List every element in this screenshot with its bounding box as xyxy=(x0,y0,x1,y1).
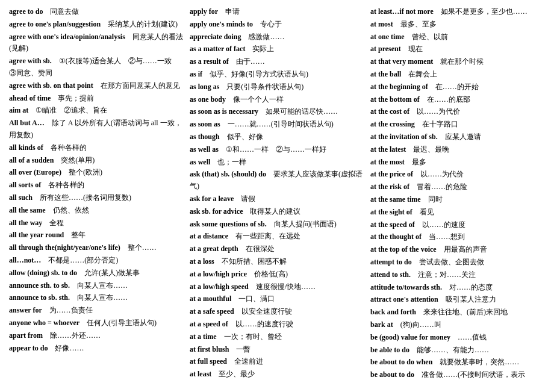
entry-chinese: 以……的速度 xyxy=(422,220,465,229)
list-item: allow (doing) sb. to do 允许(某人)做某事 xyxy=(9,267,184,279)
entry-chinese: 在那方面同意某人的意见 xyxy=(101,81,180,90)
entry-chinese: 除……外还…… xyxy=(50,331,101,340)
entry-chinese: 吸引某人注意力 xyxy=(446,295,496,303)
entry-english: attract one's attention xyxy=(370,295,446,303)
entry-chinese: 不都是……(部分否定) xyxy=(48,256,118,264)
list-item: bark at (狗)向……叫 xyxy=(370,319,545,331)
list-item: at the top of the voice 用最高的声音 xyxy=(370,244,545,256)
entry-chinese: 在……的开始 xyxy=(435,82,479,91)
entry-chinese: 用最高的声音 xyxy=(444,245,487,254)
entry-english: at a mouthful xyxy=(190,294,238,303)
list-item: at the bottom of 在……的底部 xyxy=(370,94,545,106)
entry-english: be (good) value for money xyxy=(370,333,458,341)
entry-chinese: 至少、最少 xyxy=(219,370,255,378)
list-item: be about to do when 就要做某事时，突然…… xyxy=(370,356,545,369)
entry-english: all the same xyxy=(9,206,53,214)
list-item: at a low/high speed 速度很慢/快地…… xyxy=(190,281,364,293)
entry-english: as a matter of fact xyxy=(190,45,252,53)
entry-english: be about to do xyxy=(370,370,422,379)
list-item: ask for a leave 请假 xyxy=(190,193,364,205)
list-item: all the same 仍然、依然 xyxy=(9,205,184,217)
list-item: as well as ①和……一样 ②与……一样好 xyxy=(190,144,364,156)
list-item: at full speed 全速前进 xyxy=(190,356,364,368)
entry-english: allow (doing) sb. to do xyxy=(9,269,84,277)
list-item: ask sb. for advice 取得某人的建议 xyxy=(190,206,364,218)
list-item: at most 最多、至多 xyxy=(370,19,545,31)
list-item: apart from 除……外还…… xyxy=(9,330,184,342)
list-item: at a loss 不知所措、困惑不解 xyxy=(190,256,364,268)
entry-english: at first blush xyxy=(190,345,236,353)
entry-english: be about to do when xyxy=(370,358,440,366)
list-item: all the way 全程 xyxy=(9,217,184,229)
entry-english: ask for a leave xyxy=(190,194,241,203)
entry-english: as soon as xyxy=(190,120,228,128)
entry-chinese: 最多 xyxy=(412,158,426,166)
entry-english: anyone who = whoever xyxy=(9,319,87,327)
list-item: as if 似乎、好像(引导方式状语从句) xyxy=(190,69,364,81)
list-item: apply one's minds to 专心于 xyxy=(190,19,364,31)
entry-chinese: 似乎、好像 xyxy=(227,132,263,141)
entry-chinese: 一瞥 xyxy=(236,345,251,353)
list-item: appreciate doing 感激做…… xyxy=(190,31,364,43)
entry-chinese: 为……负责任 xyxy=(49,306,93,314)
entry-english: all over (Europe) xyxy=(9,168,69,176)
entry-english: All but A… xyxy=(9,119,52,127)
entry-chinese: (狗)向……叫 xyxy=(400,320,441,329)
entry-chinese: 同时 xyxy=(428,195,443,204)
entry-english: as though xyxy=(190,132,227,141)
entry-chinese: 如果不是更多，至少也…… xyxy=(441,7,528,16)
list-item: be (good) value for money ……值钱 xyxy=(370,332,545,344)
entry-english: agree to one's plan/suggestion xyxy=(9,20,108,28)
list-item: all sorts of 各种各样的 xyxy=(9,179,184,191)
list-item: agree with one's idea/opinion/analysis 同… xyxy=(9,31,184,55)
entry-english: at the crossing xyxy=(370,120,422,128)
entry-english: apart from xyxy=(9,331,50,340)
entry-chinese: 同意去做 xyxy=(50,7,79,16)
list-item: all such 所有这些……(接名词用复数) xyxy=(9,192,184,204)
entry-chinese: 仍然、依然 xyxy=(53,206,89,214)
entry-english: all of a sudden xyxy=(9,156,61,164)
entry-english: at the top of the voice xyxy=(370,245,444,254)
entry-english: at the beginning of xyxy=(370,82,435,91)
list-item: be about to do 准备做……(不接时间状语，表示 xyxy=(370,369,545,381)
entry-english: all sorts of xyxy=(9,181,48,189)
entry-chinese: 各种各样的 xyxy=(48,181,84,189)
entry-english: at a low/high speed xyxy=(190,282,256,291)
list-item: all kinds of 各种各样的 xyxy=(9,142,184,154)
list-item: all the year round 整年 xyxy=(9,229,184,241)
list-item: back and forth 来来往往地、(前后)来回地 xyxy=(370,306,545,319)
entry-english: appreciate doing xyxy=(190,33,248,41)
entry-english: apply one's minds to xyxy=(190,20,260,28)
entry-chinese: 允许(某人)做某事 xyxy=(84,269,140,277)
entry-chinese: 有一些距离、在远处 xyxy=(235,232,300,240)
entry-chinese: 一次；有时、曾经 xyxy=(224,332,282,341)
list-item: at the latest 最迟、最晚 xyxy=(370,144,545,156)
entry-chinese: 各种各样的 xyxy=(51,143,87,152)
entry-english: attend to sth. xyxy=(370,270,418,279)
entry-english: at one time xyxy=(370,33,412,41)
entry-chinese: 专心于 xyxy=(260,20,282,28)
entry-chinese: 整个…… xyxy=(128,243,157,252)
entry-chinese: 以……为代价 xyxy=(417,107,460,116)
entry-chinese: 一……就……(引导时间状语从句) xyxy=(228,120,334,128)
entry-english: all…not… xyxy=(9,256,48,264)
list-item: be able to do 能够……、有能力…… xyxy=(370,344,545,356)
entry-english: at a great depth xyxy=(190,244,246,253)
entry-english: bark at xyxy=(370,320,400,329)
entry-chinese: 在舞会上 xyxy=(408,70,437,78)
list-item: at the invitation of sb. 应某人邀请 xyxy=(370,131,545,143)
list-item: at a time 一次；有时、曾经 xyxy=(190,331,364,343)
list-item: at the price of 以……为代价 xyxy=(370,169,545,181)
entry-chinese: 如果可能的话尽快…… xyxy=(266,107,338,116)
entry-english: agree with sb. xyxy=(9,57,59,65)
column-3: at least…if not more 如果不是更多，至少也……at most… xyxy=(370,6,545,382)
entry-chinese: 曾经、以前 xyxy=(412,33,448,41)
entry-english: at the ball xyxy=(370,70,408,78)
entry-english: agree to do xyxy=(9,7,50,16)
entry-english: as if xyxy=(190,70,210,78)
list-item: All but A… 除了 A 以外所有人(谓语动词与 all 一致，用复数) xyxy=(9,117,184,142)
list-item: attitude to/towards sth. 对……的态度 xyxy=(370,282,545,294)
entry-chinese: 最迟、最晚 xyxy=(413,145,449,154)
list-item: as soon as is necessary 如果可能的话尽快…… xyxy=(190,106,364,118)
entry-chinese: 事先；提前 xyxy=(58,94,94,102)
